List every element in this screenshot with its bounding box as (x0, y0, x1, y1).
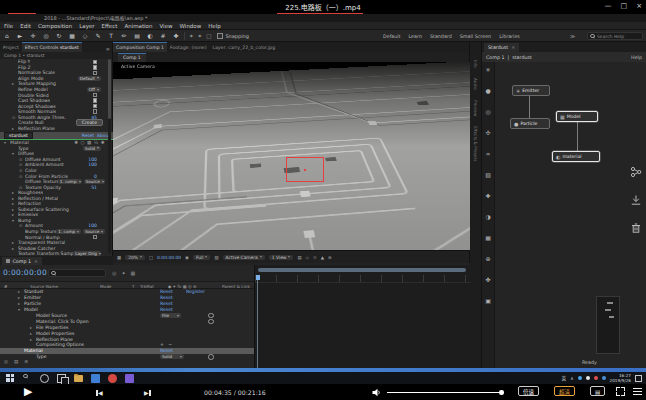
close-icon[interactable]: × (511, 45, 515, 50)
tool-icon[interactable]: ▦ (68, 32, 76, 39)
option-icon[interactable] (208, 319, 214, 325)
volume-slider[interactable] (387, 392, 501, 393)
timeline-toggle-icon[interactable]: ▤ (14, 359, 18, 364)
tray-icon[interactable] (594, 376, 598, 380)
stardust-tool-icon[interactable]: ⊕ (485, 255, 490, 276)
menu-item[interactable]: Effect (102, 23, 118, 29)
viewport-bar-item[interactable]: 1 View (269, 255, 294, 260)
row-value[interactable]: Solid (160, 354, 184, 359)
maximize-button[interactable]: □ (621, 2, 628, 10)
taskbar-app-red[interactable] (108, 374, 117, 383)
volume-icon[interactable] (372, 388, 381, 397)
viewport-bar-item[interactable]: 0:00:00:00 (157, 255, 181, 260)
row-value[interactable]: Reset (160, 307, 173, 312)
workspace-item[interactable]: Learn (409, 34, 422, 39)
row-value-2[interactable]: Source (83, 229, 105, 234)
settings-button[interactable]: ▤ (590, 386, 605, 396)
menu-item[interactable]: Layer (79, 23, 94, 29)
tool-icon[interactable]: ◎ (42, 32, 50, 39)
share-icon[interactable] (630, 166, 642, 178)
tool-icon[interactable]: ◇ (81, 32, 89, 39)
row-value[interactable]: 1. comp (58, 179, 82, 184)
cortana-icon[interactable] (40, 374, 49, 383)
task-view-icon[interactable] (57, 374, 66, 383)
timeline-row[interactable]: Type Solid (0, 354, 254, 360)
col-t[interactable]: T (132, 284, 135, 289)
reset-link[interactable]: Reset (82, 133, 94, 138)
row-value[interactable]: 51 (91, 185, 97, 190)
row-checkbox[interactable] (93, 71, 98, 76)
row-value-2[interactable]: Register (186, 289, 205, 294)
row-value[interactable]: 100 (88, 162, 97, 167)
tray-expand-icon[interactable]: ∧ (570, 376, 573, 381)
playback-speed-button[interactable]: 倍速 (518, 386, 539, 396)
tool-icon[interactable]: ✚ (172, 32, 180, 39)
workspace-item[interactable]: Standard (430, 34, 452, 39)
row-value[interactable]: Default (78, 76, 101, 81)
menu-item[interactable]: Animation (124, 23, 152, 29)
stardust-tool-icon[interactable]: ✳ (485, 66, 490, 87)
help-link[interactable]: Help (631, 55, 642, 60)
tray-icon[interactable] (602, 376, 606, 380)
close-icon[interactable]: × (34, 259, 38, 264)
viewer-tab[interactable]: Composition Comp 1 (113, 42, 167, 52)
row-value-2[interactable]: Source (84, 179, 105, 184)
tool-icon[interactable]: ► (16, 32, 24, 39)
ime-indicator[interactable]: 英 (562, 375, 567, 381)
timeline-mini-icon[interactable]: ▦ (131, 270, 136, 276)
current-timecode[interactable]: 0:00:00:00 (3, 268, 47, 277)
workspace-item[interactable]: Small Screen (460, 34, 491, 39)
tool-icon[interactable]: ✛ (29, 32, 37, 39)
stardust-tool-icon[interactable]: ◎ (485, 108, 490, 129)
row-checkbox[interactable] (93, 109, 98, 114)
row-checkbox[interactable] (93, 65, 98, 70)
taskbar-clock[interactable]: 16:27 2019/9/26 (610, 373, 631, 383)
tool-icon[interactable]: ▤ (133, 32, 141, 39)
collapsed-panel-tab[interactable]: Preview (473, 100, 478, 116)
workspace-item[interactable]: Libraries (499, 34, 520, 39)
row-checkbox[interactable] (93, 60, 98, 65)
timeline-ruler-area[interactable] (254, 265, 470, 368)
volume-slider-thumb[interactable] (499, 390, 504, 395)
viewport-bar-item[interactable]: ▲ (321, 255, 324, 260)
row-value[interactable]: 100 (88, 157, 97, 162)
row-value[interactable]: 1. comp (56, 229, 81, 234)
viewport-bar-item[interactable]: ◇ (306, 255, 309, 260)
row-value[interactable]: Reset (160, 289, 173, 294)
action-center-icon[interactable] (635, 375, 642, 382)
previous-button[interactable]: ◀ (96, 389, 103, 396)
viewport-bar-item[interactable]: 20% (125, 255, 145, 260)
timeline-toggle-icon[interactable]: ◎ (4, 359, 8, 364)
node-particle[interactable]: ● Particle (510, 118, 550, 129)
row-value[interactable]: File (160, 313, 181, 318)
tool-icon[interactable]: ↻ (55, 32, 63, 39)
row-value[interactable]: 0 (94, 174, 97, 179)
col-source-name[interactable]: Source Name (30, 284, 58, 289)
tab-project[interactable]: Project (0, 43, 22, 52)
start-button[interactable] (6, 374, 15, 383)
node-emitter[interactable]: ✳ Emitter (512, 85, 550, 96)
row-checkbox[interactable] (93, 104, 98, 109)
taskbar-search-icon[interactable] (23, 374, 32, 383)
menu-item[interactable]: Help (208, 23, 221, 29)
viewport-bar-item[interactable]: ▤ (297, 255, 301, 260)
selection-rectangle[interactable] (286, 157, 324, 182)
row-value[interactable]: Reset (160, 295, 173, 300)
node-material[interactable]: ◐ material (552, 151, 600, 162)
quality-button[interactable]: 超清 (554, 386, 575, 396)
minimize-button[interactable]: — (605, 2, 612, 10)
playlist-icon[interactable] (633, 388, 642, 396)
tool-icon[interactable]: T (107, 32, 115, 39)
row-value[interactable]: Reset (160, 348, 173, 353)
row-value[interactable]: Off (87, 87, 101, 92)
stardust-tool-icon[interactable]: ✚ (485, 192, 490, 213)
viewport-bar-item[interactable]: Full (193, 255, 211, 260)
scrollbar[interactable] (108, 59, 111, 253)
tray-icon[interactable] (586, 376, 590, 380)
effect-row[interactable]: ▸ Reflection Plane (0, 126, 109, 132)
tool-icon[interactable]: ◐ (146, 32, 154, 39)
col-trkmat[interactable]: TrkMat (140, 284, 154, 289)
time-navigator[interactable] (258, 268, 466, 272)
stardust-effect-header[interactable]: stardust Reset About (0, 132, 113, 139)
fullscreen-icon[interactable] (616, 387, 625, 396)
